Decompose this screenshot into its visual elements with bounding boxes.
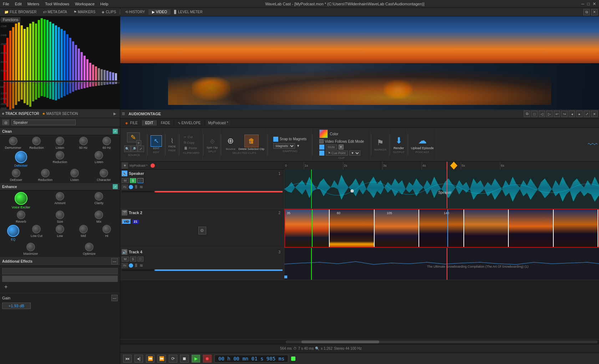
paste-btn[interactable]: 📋 Paste <box>182 146 200 151</box>
cue-dropdown[interactable]: ▼ <box>349 151 360 156</box>
deesser-character-knob[interactable] <box>100 169 108 177</box>
video-follows-checkbox[interactable] <box>319 139 324 143</box>
freq-50hz[interactable]: 50 Hz <box>72 137 95 150</box>
eq-plugin[interactable]: EQ <box>2 225 24 241</box>
exciter-amount-knob[interactable] <box>56 192 64 201</box>
reverb-knob[interactable] <box>17 211 25 219</box>
am-undock-btn[interactable]: ⧉ <box>524 111 530 117</box>
eq-mid-knob[interactable] <box>79 225 88 233</box>
waveform-track4[interactable]: The Ultimate Snowboarding Compilation (T… <box>284 248 599 280</box>
deesser-listen[interactable]: Listen <box>61 169 88 182</box>
eq-mid[interactable]: Mid <box>72 225 95 241</box>
goto-start-btn[interactable]: ⏮ <box>123 355 132 363</box>
track-type-selector[interactable]: ◎ <box>2 120 9 125</box>
am-prev-tab-btn[interactable]: ◂ <box>569 111 575 117</box>
top-right-expand-btn[interactable]: ⧉ <box>583 9 590 15</box>
prev-marker-btn[interactable]: ◂| <box>134 355 143 363</box>
zoom-in-btn[interactable]: 🔍 <box>124 146 131 152</box>
am-menu-icon[interactable]: ≡ <box>122 111 125 117</box>
denoiser-listen[interactable]: Listen <box>80 151 118 167</box>
deesser-knob[interactable] <box>12 169 20 177</box>
am-expand-btn[interactable]: ⤢ <box>584 111 590 117</box>
speaker-track-icon[interactable]: 🔊 <box>122 171 127 176</box>
cut-btn[interactable]: ✂ Cut <box>182 135 200 140</box>
waveform-video[interactable]: 35 60 105 140 <box>284 209 599 248</box>
waveform-speaker[interactable]: Speaker <box>284 170 599 208</box>
add-effect-btn[interactable]: + <box>2 283 10 291</box>
eq-lowcut-knob[interactable] <box>32 225 41 233</box>
play-btn[interactable]: ▶ <box>192 355 200 363</box>
deesser-character[interactable]: Character <box>90 169 118 182</box>
tab-history[interactable]: ⟲ HISTORY <box>122 9 148 15</box>
mute-track4-btn[interactable]: M <box>122 257 129 262</box>
forward-btn[interactable]: ⏩ <box>157 355 166 363</box>
fade-btn[interactable]: ⌇ FADE <box>168 137 176 148</box>
mute-track-btn[interactable]: M <box>122 178 129 183</box>
deesser-plugin[interactable]: DeEsser <box>2 169 30 182</box>
close-btn[interactable]: ✕ <box>593 1 596 6</box>
video-type-badge[interactable]: VID <box>122 219 131 224</box>
arm-track4-btn[interactable]: □ <box>137 257 143 262</box>
eq-low[interactable]: Low <box>49 225 71 241</box>
mute-dropdown-btn[interactable] <box>319 145 324 150</box>
menu-tool-windows[interactable]: Tool Windows <box>45 2 69 6</box>
am-tab-envelope[interactable]: ∿ ENVELOPE <box>174 120 205 126</box>
scroll-thumb[interactable] <box>301 340 380 343</box>
am-nav-back-btn[interactable]: ◁ <box>539 111 545 117</box>
rewind-btn[interactable]: ⏪ <box>146 355 154 363</box>
denoiser-plugin[interactable]: DeNoiser <box>2 151 40 167</box>
am-redo-btn[interactable]: ↪ <box>561 111 568 117</box>
freq-50hz-knob[interactable] <box>79 137 88 145</box>
podcast-tab[interactable]: MyPodcast * <box>206 120 230 126</box>
am-tab-file[interactable]: ◈ FILE <box>122 120 142 126</box>
menu-meters[interactable]: Meters <box>27 2 40 6</box>
dehummer-reduction[interactable]: Reduction <box>26 137 48 150</box>
voice-exciter-knob[interactable] <box>15 192 27 205</box>
effect-slot-1[interactable] <box>2 268 118 274</box>
dehummer-listen-knob[interactable] <box>56 137 64 145</box>
expand-arrow[interactable]: ▶ <box>112 111 118 116</box>
stop-btn[interactable]: ⏹ <box>180 355 189 363</box>
am-nav-fwd-btn[interactable]: ▷ <box>546 111 553 117</box>
am-close-panel-btn[interactable]: ✕ <box>591 111 598 117</box>
tab-markers[interactable]: ⚑ MARKERS <box>71 9 98 15</box>
menu-workspace[interactable]: Workspace <box>75 2 95 6</box>
copy-btn[interactable]: ⧉ Copy <box>182 140 200 145</box>
color-btn[interactable] <box>319 130 328 138</box>
zoom-out-btn[interactable]: 🔎 <box>131 146 137 152</box>
menu-help[interactable]: Help <box>100 2 108 6</box>
clean-enable-btn[interactable]: ✓ <box>113 129 118 134</box>
deesser-reduction[interactable]: Reduction <box>31 169 59 182</box>
deesser-listen-knob[interactable] <box>70 169 79 177</box>
solo-track-btn[interactable]: S <box>130 178 136 183</box>
tab-level-meter[interactable]: ▊ LEVEL METER <box>171 9 206 15</box>
minimize-btn[interactable]: ─ <box>581 1 584 6</box>
solo-track4-btn[interactable]: S <box>130 257 136 262</box>
reverb-mix-knob[interactable] <box>95 211 103 219</box>
gain-collapse-btn[interactable]: — <box>111 295 118 301</box>
menu-edit[interactable]: Edit <box>15 2 22 6</box>
mute-btn[interactable]: Mute <box>326 145 337 150</box>
dehummer-reduction-knob[interactable] <box>32 137 41 145</box>
dehummer-listen[interactable]: Listen <box>49 137 71 150</box>
effect-slot-2[interactable] <box>2 275 118 282</box>
eq-lowcut[interactable]: Low Cut <box>26 225 48 241</box>
denoiser-reduction[interactable]: Reduction <box>41 151 78 167</box>
exciter-amount[interactable]: Amount <box>41 192 78 209</box>
voice-exciter-plugin[interactable]: Voice Exciter <box>2 192 40 209</box>
exciter-clarity[interactable]: Clarity <box>80 192 118 209</box>
delete-clip-btn[interactable]: 🗑 Delete Selected Clip <box>238 135 264 151</box>
tab-meta-data[interactable]: 🏷 META DATA <box>40 9 70 15</box>
maximize-btn[interactable]: □ <box>587 1 590 6</box>
arm-track-btn[interactable]: □ <box>137 178 143 183</box>
snap-to-magnets-checkbox[interactable] <box>273 137 278 142</box>
menu-file[interactable]: File <box>3 2 9 6</box>
am-float-btn[interactable]: □ <box>531 111 538 117</box>
am-next-tab-btn[interactable]: ▸ <box>576 111 583 117</box>
track-name-input[interactable] <box>11 120 76 125</box>
dehummer-plugin[interactable]: DeHummer <box>2 137 24 150</box>
eq-low-knob[interactable] <box>56 225 64 233</box>
tab-video[interactable]: ▶ VIDEO <box>148 9 171 15</box>
edit-mode-btn[interactable]: ↖ EDIT <box>151 135 162 150</box>
deesser-reduction-knob[interactable] <box>41 169 50 177</box>
